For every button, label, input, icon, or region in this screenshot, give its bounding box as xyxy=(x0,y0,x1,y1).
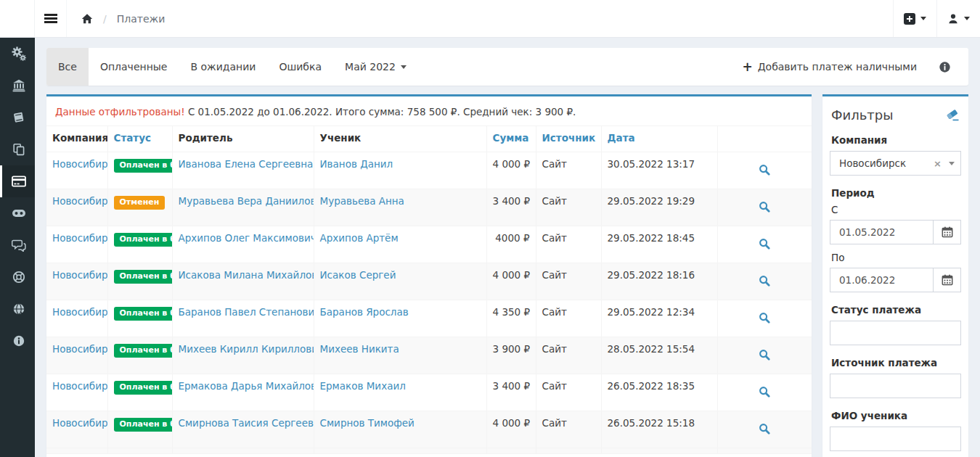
parent-link[interactable]: Михеев Кирилл Кириллович xyxy=(179,343,314,355)
info-circle-icon xyxy=(12,334,25,347)
sidebar-item-payments[interactable] xyxy=(0,165,35,197)
tab-label: Ошибка xyxy=(279,61,322,73)
logo-area xyxy=(0,0,35,37)
search-icon xyxy=(759,164,770,176)
parent-link[interactable]: Смирнова Таисия Сергеевна xyxy=(179,417,314,429)
table-row: Новосибирск Оплачен в банке Баранов Паве… xyxy=(46,300,812,337)
company-filter-label: Компания xyxy=(831,134,960,146)
credit-card-icon xyxy=(12,176,26,187)
parent-link[interactable]: Архипов Олег Максимович xyxy=(179,232,314,244)
amount-cell: 4 350 ₽ xyxy=(486,300,536,337)
filter-notice-alert: Данные отфильтрованы! xyxy=(55,106,185,118)
chevron-down-icon xyxy=(964,17,970,20)
source-cell: Сайт xyxy=(536,374,601,411)
payment-status-input[interactable] xyxy=(830,321,961,345)
view-payment-button[interactable] xyxy=(717,263,812,300)
column-header[interactable]: Источник xyxy=(536,126,601,152)
parent-link[interactable]: Ермакова Дарья Михайловна xyxy=(179,380,314,392)
student-link[interactable]: Муравьева Анна xyxy=(320,195,404,207)
source-cell: Сайт xyxy=(536,263,601,300)
quick-add-dropdown-button[interactable] xyxy=(893,0,936,37)
sidebar-item-journal[interactable] xyxy=(0,102,35,133)
company-select[interactable]: Новосибирск × xyxy=(830,151,961,176)
status-tab[interactable]: Ошибка xyxy=(267,48,333,86)
sidebar-item-settings[interactable] xyxy=(0,38,35,70)
calendar-button[interactable] xyxy=(933,268,960,292)
table-row: Новосибирск Оплачен в банке Ермакова Дар… xyxy=(46,374,812,411)
column-header[interactable]: Ученик xyxy=(314,126,486,152)
status-badge: Оплачен в банке xyxy=(114,159,173,173)
view-payment-button[interactable] xyxy=(717,152,812,189)
sidebar-toggle-button[interactable] xyxy=(35,0,67,37)
view-payment-button[interactable] xyxy=(717,226,812,263)
view-payment-button[interactable] xyxy=(717,411,812,448)
status-badge: Оплачен в банке xyxy=(114,418,173,432)
company-link[interactable]: Новосибирск xyxy=(52,195,107,207)
sidebar-item-integrations[interactable] xyxy=(0,197,35,229)
company-link[interactable]: Новосибирск xyxy=(52,306,107,318)
tab-label: Оплаченные xyxy=(100,61,168,73)
column-header[interactable] xyxy=(717,126,812,152)
column-header-label: Родитель xyxy=(179,132,233,144)
view-payment-button[interactable] xyxy=(717,374,812,411)
period-from-input[interactable] xyxy=(830,221,933,244)
column-header[interactable]: Компания xyxy=(46,126,107,152)
student-link[interactable]: Михеев Никита xyxy=(320,343,399,355)
status-tab[interactable]: Все xyxy=(46,48,89,86)
student-link[interactable]: Смирнов Тимофей xyxy=(320,417,415,429)
company-link[interactable]: Новосибирск xyxy=(52,269,107,281)
column-header[interactable]: Дата xyxy=(601,126,717,152)
table-row: Новосибирск Оплачен в банке Архипов Олег… xyxy=(46,226,812,263)
sidebar-item-site[interactable] xyxy=(0,293,35,325)
student-link[interactable]: Архипов Артём xyxy=(320,232,399,244)
column-header[interactable]: Сумма xyxy=(486,126,536,152)
info-icon[interactable] xyxy=(939,61,951,73)
sidebar-item-messages[interactable] xyxy=(0,229,35,261)
company-link[interactable]: Новосибирск xyxy=(52,417,107,429)
column-header[interactable]: Родитель xyxy=(172,126,314,152)
month-dropdown-label: Май 2022 xyxy=(345,61,396,73)
book-icon xyxy=(12,111,25,124)
source-cell: Сайт xyxy=(536,300,601,337)
calendar-button[interactable] xyxy=(933,221,960,244)
home-icon[interactable] xyxy=(81,13,93,25)
month-dropdown[interactable]: Май 2022 xyxy=(333,48,418,86)
company-link[interactable]: Новосибирск xyxy=(52,158,107,170)
user-menu-button[interactable] xyxy=(936,0,980,37)
company-link[interactable]: Новосибирск xyxy=(52,343,107,355)
add-cash-payment-button[interactable]: + Добавить платеж наличными xyxy=(742,61,917,73)
student-name-input[interactable] xyxy=(830,427,961,451)
status-tab[interactable]: Оплаченные xyxy=(89,48,179,86)
company-link[interactable]: Новосибирск xyxy=(52,232,107,244)
view-payment-button[interactable] xyxy=(717,189,812,226)
student-link[interactable]: Исаков Сергей xyxy=(320,269,396,281)
period-filter-label: Период xyxy=(831,187,960,199)
student-link[interactable]: Иванов Данил xyxy=(320,158,393,170)
sidebar-item-organization[interactable] xyxy=(0,70,35,102)
parent-link[interactable]: Муравьева Вера Данииловна xyxy=(179,195,314,207)
view-payment-button[interactable] xyxy=(717,337,812,374)
period-to-input[interactable] xyxy=(830,268,933,292)
datetime-cell: 26.05.2022 18:35 xyxy=(601,374,717,411)
column-header[interactable]: Статус xyxy=(107,126,172,152)
payment-source-input[interactable] xyxy=(830,374,961,398)
period-to-group xyxy=(830,268,961,292)
search-icon xyxy=(759,349,770,361)
parent-link[interactable]: Исакова Милана Михайловна xyxy=(179,269,314,281)
plus-icon: + xyxy=(742,61,752,73)
parent-link[interactable]: Баранов Павел Степанович xyxy=(179,306,314,318)
student-link[interactable]: Баранов Ярослав xyxy=(320,306,409,318)
sidebar-item-about[interactable] xyxy=(0,325,35,357)
view-payment-button[interactable] xyxy=(717,300,812,337)
clear-selection-icon[interactable]: × xyxy=(928,158,947,169)
parent-link[interactable]: Иванова Елена Сергеевна xyxy=(179,158,314,170)
status-tab[interactable]: В ожидании xyxy=(179,48,267,86)
status-badge: Оплачен в банке xyxy=(114,233,173,247)
sidebar-item-documents[interactable] xyxy=(0,133,35,165)
student-link[interactable]: Ермаков Михаил xyxy=(320,380,406,392)
company-link[interactable]: Новосибирск xyxy=(52,380,107,392)
calendar-icon xyxy=(942,274,953,286)
datetime-cell: 29.05.2022 18:16 xyxy=(601,263,717,300)
sidebar-item-support[interactable] xyxy=(0,261,35,293)
clear-filters-eraser-icon[interactable] xyxy=(946,108,960,122)
